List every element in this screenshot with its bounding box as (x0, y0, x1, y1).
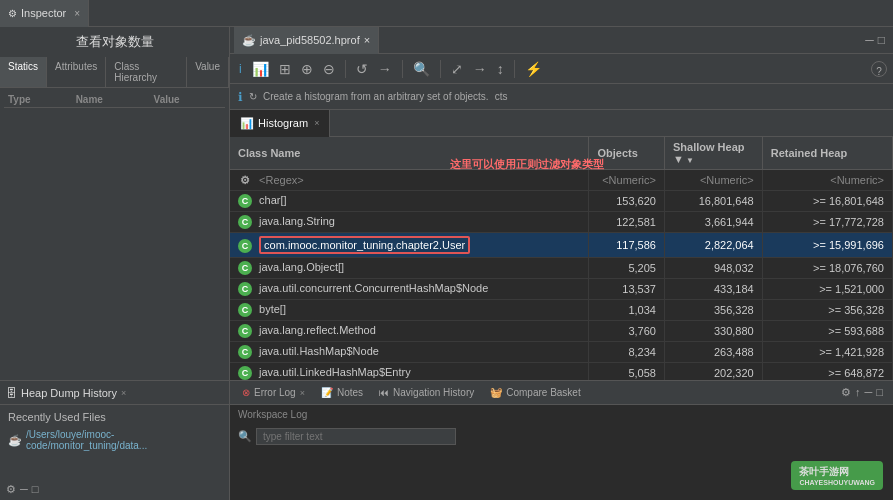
table-cell-retained: >= 648,872 (762, 363, 892, 381)
minimize-icon[interactable]: ─ (865, 33, 874, 47)
row-icon: C (238, 345, 252, 359)
action-icon[interactable]: ⚡ (522, 59, 545, 79)
table-cell-shallow: 330,880 (664, 321, 762, 342)
table-row[interactable]: C java.lang.Object[] 5,205 948,032 >= 18… (230, 258, 893, 279)
refresh-small-icon[interactable]: ↻ (249, 91, 257, 102)
br-icon-2[interactable]: ↑ (855, 386, 861, 399)
table-cell-objects: 1,034 (589, 300, 665, 321)
table-cell-retained: >= 1,521,000 (762, 279, 892, 300)
info-bar-text: Create a histogram from an arbitrary set… (263, 91, 489, 102)
table-row[interactable]: C java.util.HashMap$Node 8,234 263,488 >… (230, 342, 893, 363)
file-tab[interactable]: ☕ java_pid58502.hprof × (234, 27, 379, 54)
row-icon: C (238, 303, 252, 317)
inspector-tab-label: Inspector (21, 7, 66, 19)
data-table: Class Name Objects Shallow Heap ▼ Retain… (230, 137, 893, 380)
workspace-label: Workspace Log (230, 405, 893, 424)
bl-icon-2[interactable]: ─ (20, 483, 28, 496)
table-cell-retained: >= 15,991,696 (762, 233, 892, 258)
table-cell-objects: 5,058 (589, 363, 665, 381)
table-cell-objects: 117,586 (589, 233, 665, 258)
tab-error-log[interactable]: ⊗ Error Log × (234, 381, 313, 405)
table-cell-retained: >= 18,076,760 (762, 258, 892, 279)
remove-icon[interactable]: ⊖ (320, 59, 338, 79)
expand-icon[interactable]: ⤢ (448, 59, 466, 79)
heap-icon: 🗄 (6, 387, 17, 399)
help-icon[interactable]: ? (871, 61, 887, 77)
basket-icon: 🧺 (490, 387, 502, 398)
bottom-right-icons: ⚙ ↑ ─ □ (841, 386, 889, 399)
col-value: Value (150, 92, 225, 108)
search-icon[interactable]: 🔍 (410, 59, 433, 79)
row-icon: C (238, 239, 252, 253)
br-icon-3[interactable]: ─ (865, 386, 873, 399)
tab-attributes[interactable]: Attributes (47, 57, 106, 87)
table-row[interactable]: C java.util.concurrent.ConcurrentHashMap… (230, 279, 893, 300)
tab-statics[interactable]: Statics (0, 57, 47, 87)
sort-icon[interactable]: ↕ (494, 59, 507, 79)
refresh-icon[interactable]: ↺ (353, 59, 371, 79)
bl-icon-1[interactable]: ⚙ (6, 483, 16, 496)
file-path: /Users/louye/imooc-code/monitor_tuning/d… (26, 429, 221, 451)
add-icon[interactable]: ⊕ (298, 59, 316, 79)
arrow-icon[interactable]: → (470, 59, 490, 79)
left-tabs: Statics Attributes Class Hierarchy Value (0, 57, 229, 88)
nav-history-label: Navigation History (393, 387, 474, 398)
col-shallow-header[interactable]: Shallow Heap ▼ (664, 137, 762, 170)
info-circle-icon: ℹ (238, 90, 243, 104)
col-objects-header[interactable]: Objects (589, 137, 665, 170)
file-entry[interactable]: ☕ /Users/louye/imooc-code/monitor_tuning… (8, 427, 221, 453)
table-row[interactable]: C char[] 153,620 16,801,648 >= 16,801,64… (230, 191, 893, 212)
table-cell: <Numeric> (762, 170, 892, 191)
table-cell-shallow: 202,320 (664, 363, 762, 381)
file-tab-close[interactable]: × (364, 34, 370, 46)
maximize-icon[interactable]: □ (878, 33, 885, 47)
filter-icon: 🔍 (238, 430, 252, 443)
br-icon-4[interactable]: □ (876, 386, 883, 399)
filter-input[interactable] (256, 428, 456, 445)
table-cell-objects: 3,760 (589, 321, 665, 342)
heap-dump-tab[interactable]: 🗄 Heap Dump History × (0, 381, 229, 405)
row-icon: ⚙ (238, 173, 252, 187)
tab-histogram[interactable]: 📊 Histogram × (230, 110, 330, 137)
table-row[interactable]: C java.lang.reflect.Method 3,760 330,880… (230, 321, 893, 342)
col-retained-header[interactable]: Retained Heap (762, 137, 892, 170)
row-icon: C (238, 194, 252, 208)
bl-icon-3[interactable]: □ (32, 483, 39, 496)
col-class-header[interactable]: Class Name (230, 137, 589, 170)
histogram-icon[interactable]: 📊 (249, 59, 272, 79)
table-row[interactable]: C byte[] 1,034 356,328 >= 356,328 (230, 300, 893, 321)
tab-notes[interactable]: 📝 Notes (313, 381, 371, 405)
tab-value[interactable]: Value (187, 57, 229, 87)
row-icon: C (238, 324, 252, 338)
info-icon[interactable]: i (236, 60, 245, 78)
file-tab-label: java_pid58502.hprof (260, 34, 360, 46)
table-cell-class: C byte[] (230, 300, 589, 321)
left-panel-title: 查看对象数量 (0, 27, 229, 57)
row-icon: C (238, 366, 252, 380)
error-log-close[interactable]: × (300, 388, 305, 398)
nav-icon: ⏮ (379, 387, 389, 398)
histogram-tab-label: Histogram (258, 117, 308, 129)
inspector-tab-close[interactable]: × (74, 8, 80, 19)
table-row[interactable]: C java.util.LinkedHashMap$Entry 5,058 20… (230, 363, 893, 381)
table-row[interactable]: C com.imooc.monitor_tuning.chapter2.User… (230, 233, 893, 258)
histogram-tab-icon: 📊 (240, 117, 254, 130)
heap-dump-close[interactable]: × (121, 388, 126, 398)
tab-class-hierarchy[interactable]: Class Hierarchy (106, 57, 187, 87)
table-cell-class: C java.util.concurrent.ConcurrentHashMap… (230, 279, 589, 300)
histogram-tab-close[interactable]: × (314, 118, 319, 128)
tab-nav-history[interactable]: ⏮ Navigation History (371, 381, 482, 405)
bottom-right-tabs: ⊗ Error Log × 📝 Notes ⏮ Navigation Histo… (230, 381, 893, 405)
table-row[interactable]: C java.lang.String 122,581 3,661,944 >= … (230, 212, 893, 233)
grid-icon[interactable]: ⊞ (276, 59, 294, 79)
recent-files-title: Recently Used Files (8, 411, 221, 423)
table-cell: <Numeric> (589, 170, 665, 191)
br-icon-1[interactable]: ⚙ (841, 386, 851, 399)
info-bar: ℹ ↻ Create a histogram from an arbitrary… (230, 84, 893, 110)
table-cell-shallow: 2,822,064 (664, 233, 762, 258)
inspector-tab[interactable]: ⚙ Inspector × (0, 0, 89, 27)
bottom-right: ⊗ Error Log × 📝 Notes ⏮ Navigation Histo… (230, 381, 893, 500)
forward-icon[interactable]: → (375, 59, 395, 79)
table-cell-objects: 8,234 (589, 342, 665, 363)
tab-compare-basket[interactable]: 🧺 Compare Basket (482, 381, 588, 405)
